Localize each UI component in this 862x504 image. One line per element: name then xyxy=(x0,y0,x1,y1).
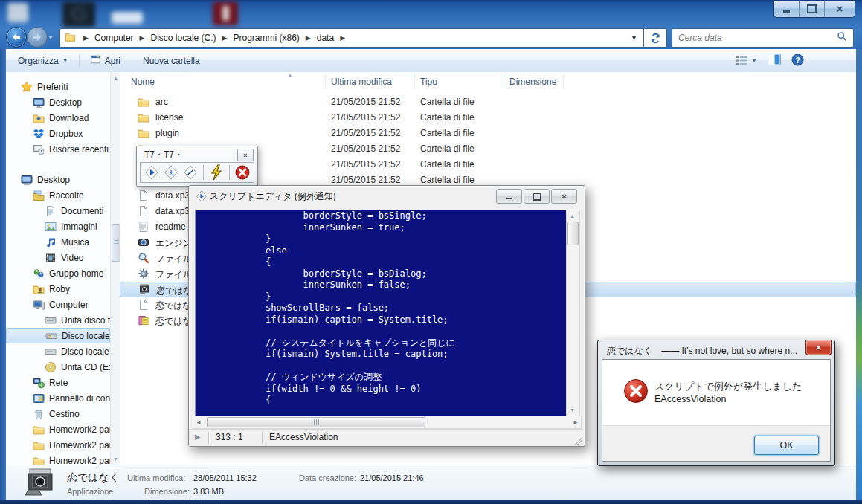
ok-button[interactable]: OK xyxy=(754,436,819,455)
document-icon xyxy=(45,205,57,217)
sidebar-item[interactable]: Risorse recenti xyxy=(6,141,110,157)
sidebar-item[interactable]: Disco locale (D: xyxy=(6,343,110,359)
sidebar-item[interactable]: Immagini xyxy=(6,219,110,234)
scroll-up-icon[interactable]: ▲ xyxy=(567,210,578,222)
column-header-ultima-modifica[interactable]: Ultima modifica xyxy=(331,72,413,91)
sidebar-item[interactable]: Homework2 part xyxy=(6,421,110,437)
scrollbar-thumb[interactable] xyxy=(567,222,579,245)
execute-button[interactable] xyxy=(208,164,225,181)
step-button[interactable]: ± xyxy=(162,164,180,181)
sidebar-item[interactable]: Homework2 part xyxy=(6,437,110,453)
file-modified-date: 21/05/2015 21:52 xyxy=(331,128,400,138)
sidebar-item[interactable]: Unità disco flop xyxy=(6,312,110,328)
close-button[interactable]: × xyxy=(551,189,577,204)
help-button[interactable]: ? xyxy=(791,54,804,68)
forward-arrow-icon xyxy=(32,33,42,42)
sidebar-item[interactable]: Documenti xyxy=(6,203,110,219)
close-button[interactable]: × xyxy=(825,1,855,17)
sidebar-item[interactable]: Pannello di contr xyxy=(6,390,110,406)
scroll-right-icon[interactable]: ► xyxy=(570,419,581,426)
breadcrumb-item[interactable]: Computer xyxy=(93,32,135,44)
organizza-button[interactable]: Organizza ▼ xyxy=(12,53,74,69)
sidebar-item[interactable]: Disco locale (C: xyxy=(6,328,110,343)
file-type: Cartella di file xyxy=(420,143,475,154)
navigation-scrollbar[interactable]: ▲ ▼ xyxy=(110,72,120,465)
sidebar-item[interactable]: Unità CD (E:) xyxy=(6,359,110,375)
address-dropdown-icon[interactable]: ▼ xyxy=(625,34,643,42)
sidebar-item[interactable]: Cestino xyxy=(6,406,110,421)
column-header-tipo[interactable]: Tipo xyxy=(420,72,502,91)
close-button[interactable]: × xyxy=(805,340,832,355)
status-cursor-position: 313 : 1 xyxy=(216,432,243,442)
file-modified-date: 21/05/2015 21:52 xyxy=(331,175,400,185)
address-bar[interactable]: ▶Computer▶Disco locale (C:)▶Programmi (x… xyxy=(59,28,644,48)
history-dropdown[interactable]: ▼ xyxy=(48,34,54,41)
close-button[interactable]: × xyxy=(237,149,254,161)
file-row[interactable]: arc21/05/2015 21:52Cartella di file xyxy=(120,94,856,110)
column-header-nome[interactable]: Nome xyxy=(131,72,324,91)
sidebar-item-label: Pannello di contr xyxy=(49,393,110,404)
hddwin-icon xyxy=(45,330,57,342)
file-row[interactable]: plugin21/05/2015 21:52Cartella di file xyxy=(120,126,856,141)
sidebar-item[interactable]: Video xyxy=(6,250,110,265)
archive-icon xyxy=(138,314,149,326)
editor-horizontal-scrollbar[interactable]: ◄ ► xyxy=(193,416,582,429)
stop-button[interactable] xyxy=(234,164,251,181)
sidebar-item[interactable]: Musica xyxy=(6,234,110,250)
sidebar-item[interactable]: Desktop xyxy=(6,172,110,187)
error-dialog-body: スクリプトで例外が発生しました EAccessViolation OK xyxy=(602,359,831,462)
back-button[interactable] xyxy=(6,27,27,48)
file-name: 恋ではな xyxy=(155,300,192,312)
sidebar-item-label: Cestino xyxy=(49,409,80,419)
sidebar-item[interactable]: Roby xyxy=(6,281,110,297)
minimize-button[interactable] xyxy=(496,189,522,204)
scroll-left-icon[interactable]: ◄ xyxy=(193,419,204,426)
search-input[interactable] xyxy=(672,30,831,46)
scroll-down-icon[interactable]: ▼ xyxy=(567,404,578,416)
sidebar-item[interactable]: Dropbox xyxy=(6,126,110,141)
forward-button[interactable] xyxy=(27,27,48,48)
sidebar-item[interactable]: Desktop xyxy=(6,94,110,110)
sidebar-item[interactable]: Download xyxy=(6,110,110,126)
code-editor-area[interactable]: borderStyle = bsSingle; innerSunken = tr… xyxy=(195,210,567,416)
folder-icon xyxy=(138,112,149,123)
sidebar-item[interactable]: Raccolte xyxy=(6,187,110,203)
search-icon[interactable] xyxy=(831,31,853,45)
close-icon: × xyxy=(243,152,247,159)
scrollbar-thumb[interactable] xyxy=(207,417,425,427)
refresh-button[interactable] xyxy=(644,28,667,48)
search-box[interactable] xyxy=(672,28,854,48)
sidebar-item[interactable]: Homework2 part xyxy=(6,453,110,465)
breadcrumb-item[interactable]: Programmi (x86) xyxy=(231,32,300,44)
restore-button[interactable] xyxy=(524,189,550,204)
apri-button[interactable]: Apri xyxy=(84,51,126,70)
stop-icon xyxy=(234,164,251,181)
nuova-cartella-button[interactable]: Nuova cartella xyxy=(137,53,206,69)
breadcrumb-item[interactable]: data xyxy=(315,32,335,44)
minimize-button[interactable] xyxy=(774,1,800,17)
step-over-button[interactable] xyxy=(181,164,199,181)
sidebar-item-label: Homework2 part xyxy=(49,456,110,465)
preview-pane-button[interactable] xyxy=(768,54,781,68)
toolbar-divider xyxy=(229,165,230,180)
sidebar-item[interactable]: Rete xyxy=(6,375,110,390)
error-dialog-footer: OK xyxy=(602,425,830,461)
file-name: data.xp3. xyxy=(155,206,192,216)
sidebar-item[interactable]: Gruppo home xyxy=(6,265,110,281)
sidebar-item[interactable]: Computer xyxy=(6,297,110,312)
editor-vertical-scrollbar[interactable]: ▲ ▼ xyxy=(566,210,580,416)
breadcrumb-item[interactable]: Disco locale (C:) xyxy=(149,32,218,44)
status-play-icon: ▶ xyxy=(195,433,201,441)
floppy-icon xyxy=(45,314,57,326)
maximize-button[interactable] xyxy=(800,1,825,17)
resize-grip[interactable] xyxy=(574,437,582,445)
file-row[interactable]: license21/05/2015 21:52Cartella di file xyxy=(120,110,856,126)
views-button[interactable]: ▼ xyxy=(736,55,757,66)
command-bar: Organizza ▼ Apri Nuova cartella ▼ xyxy=(6,49,856,73)
column-header-dimensione[interactable]: Dimensione xyxy=(509,72,576,91)
sidebar-item[interactable]: Preferiti xyxy=(6,79,110,94)
script-editor-window: スクリプトエディタ (例外通知) × borderStyle = bsSingl… xyxy=(188,185,585,447)
cpanel-icon xyxy=(33,392,45,404)
file-name: arc xyxy=(155,97,168,107)
run-button[interactable] xyxy=(143,164,161,181)
